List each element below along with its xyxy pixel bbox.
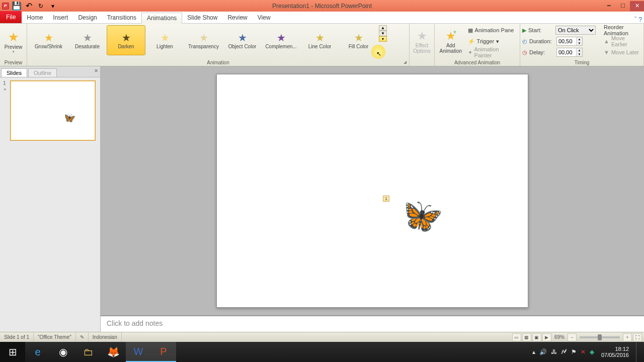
slide-thumbnail-1[interactable]: 1 ✦ 🦋 [3,80,97,141]
status-language[interactable]: Indonesian [89,332,122,342]
tray-volume-icon[interactable]: 🔊 [539,348,547,355]
preview-label: Preview [5,44,23,50]
delay-spinner[interactable]: ▲▼ [556,48,583,57]
butterfly-image[interactable]: 🦋 [395,192,446,238]
gallery-transparency[interactable]: ★Transparency [184,25,223,55]
pane-close-icon[interactable]: ✕ [94,68,98,73]
delay-icon: ◷ [522,49,527,56]
taskbar-powerpoint-icon[interactable]: P [151,342,176,362]
main-area: Slides Outline ✕ 1 ✦ 🦋 1 🦋 Click to add … [0,66,644,332]
trigger-button[interactable]: ⚡Trigger ▾ [466,36,518,46]
preview-star-icon: ★ [8,30,19,44]
zoom-in-button[interactable]: + [623,333,632,341]
animation-pane-button[interactable]: ▦Animation Pane [466,25,518,35]
view-sorter-button[interactable]: ▦ [522,333,531,341]
qat-customize-icon[interactable]: ▾ [48,2,57,11]
slide-canvas-area: 1 🦋 Click to add notes [101,66,644,332]
slide[interactable]: 1 🦋 [216,74,528,308]
tab-view[interactable]: View [253,12,276,23]
gallery-line-color[interactable]: ★Line Color [300,25,339,55]
gallery-fill-color[interactable]: ★Fill Color [339,25,378,55]
taskbar-word-icon[interactable]: W [126,342,151,362]
tab-animations[interactable]: Animations [141,13,182,24]
tab-review[interactable]: Review [222,12,252,23]
duration-spinner[interactable]: ▲▼ [556,37,583,46]
tray-show-hidden-icon[interactable]: ▴ [532,348,535,355]
tray-network-icon[interactable]: 🖧 [551,348,557,355]
view-slideshow-button[interactable]: ▶ [542,333,551,341]
gallery-complementary[interactable]: ★Complemen... [262,25,300,55]
tab-transitions[interactable]: Transitions [102,12,141,23]
move-earlier-button: ▲Move Earlier [602,36,641,46]
slides-pane: Slides Outline ✕ 1 ✦ 🦋 [0,66,101,332]
thumb-number: 1 [3,80,8,86]
view-normal-button[interactable]: ▭ [512,333,521,341]
slides-tab[interactable]: Slides [1,68,27,77]
tab-slideshow[interactable]: Slide Show [182,12,222,23]
animation-painter-button: ✦Animation Painter [466,47,518,57]
tray-flag-icon[interactable]: ⚑ [571,348,577,355]
qat-redo-icon[interactable]: ↻ [36,2,45,11]
effect-options-icon: ★ [417,30,427,43]
gallery-more-button[interactable]: ▾ [379,36,387,42]
app-icon: P [2,3,9,10]
add-animation-icon: ★＋ [446,30,456,43]
gallery-lighten[interactable]: ★Lighten [145,25,184,55]
zoom-slider[interactable] [580,336,620,338]
close-button[interactable]: ✕ [630,1,644,11]
animation-indicator-icon: ✦ [3,87,8,92]
taskbar-clock[interactable]: 18:12 07/05/2016 [598,346,632,358]
tab-insert[interactable]: Insert [48,12,73,23]
maximize-button[interactable]: ☐ [616,1,630,11]
delay-label: Delay: [529,49,554,55]
tab-home[interactable]: Home [22,12,48,23]
gallery-grow-shrink[interactable]: ★Grow/Shrink [29,25,68,55]
painter-icon: ✦ [468,49,472,56]
taskbar-ie-icon[interactable]: e [25,342,50,362]
animation-tag[interactable]: 1 [383,196,389,202]
add-animation-button[interactable]: ★＋ Add Animation [437,25,465,58]
taskbar: ⊞ e ◉ 🗀 🦊 W P ▴ 🔊 🖧 🗲 ⚑ ✕ ◆ 18:12 07/05/… [0,342,644,362]
start-button[interactable]: ⊞ [0,342,25,362]
notes-placeholder: Click to add notes [107,319,163,327]
animation-dialog-launcher[interactable]: ◢ [402,59,408,65]
preview-group-label: Preview [0,60,27,65]
title-bar: P 💾 ↶ ↻ ▾ Presentation1 - Microsoft Powe… [0,0,644,12]
preview-button[interactable]: ★ Preview ▾ [2,25,25,58]
status-spellcheck-icon[interactable]: ✎ [76,332,89,342]
minimize-button[interactable]: ━ [602,1,616,11]
reorder-label: Reorder Animation [602,25,641,35]
gallery-scroll-down[interactable]: ▼ [379,31,387,36]
help-icon[interactable]: ? [638,16,642,23]
file-tab[interactable]: File [0,11,22,23]
start-combo[interactable]: On Click [555,26,596,35]
view-reading-button[interactable]: ▣ [532,333,541,341]
advanced-group-label: Advanced Animation [435,60,520,65]
pane-icon: ▦ [468,27,473,34]
fit-window-button[interactable]: ⛶ [633,333,642,341]
show-desktop-button[interactable] [636,342,640,362]
outline-tab[interactable]: Outline [28,68,57,77]
notes-pane[interactable]: Click to add notes [101,315,644,332]
status-theme[interactable]: "Office Theme" [34,332,76,342]
trigger-icon: ⚡ [468,38,475,45]
zoom-out-button[interactable]: − [568,333,577,341]
tray-antivirus-icon[interactable]: ✕ [581,348,586,355]
ribbon-minimize-icon[interactable]: ˇ [634,16,636,23]
tray-battery-icon[interactable]: 🗲 [561,348,567,355]
taskbar-explorer-icon[interactable]: 🗀 [75,342,101,362]
gallery-scroll-up[interactable]: ▲ [379,25,387,31]
gallery-object-color[interactable]: ★Object Color [223,25,262,55]
duration-label: Duration: [529,38,554,44]
qat-undo-icon[interactable]: ↶ [24,2,33,11]
taskbar-firefox-icon[interactable]: 🦊 [101,342,126,362]
qat-save-icon[interactable]: 💾 [12,2,21,11]
taskbar-chrome-icon[interactable]: ◉ [50,342,75,362]
gallery-darken[interactable]: ★Darken [107,25,145,55]
tab-design[interactable]: Design [73,12,102,23]
ribbon-tabs: File Home Insert Design Transitions Anim… [0,12,644,24]
status-bar: Slide 1 of 1 "Office Theme" ✎ Indonesian… [0,332,644,342]
thumbnail-butterfly-icon: 🦋 [62,111,76,125]
gallery-desaturate[interactable]: ★Desaturate [68,25,107,55]
tray-app-icon[interactable]: ◆ [590,348,594,355]
